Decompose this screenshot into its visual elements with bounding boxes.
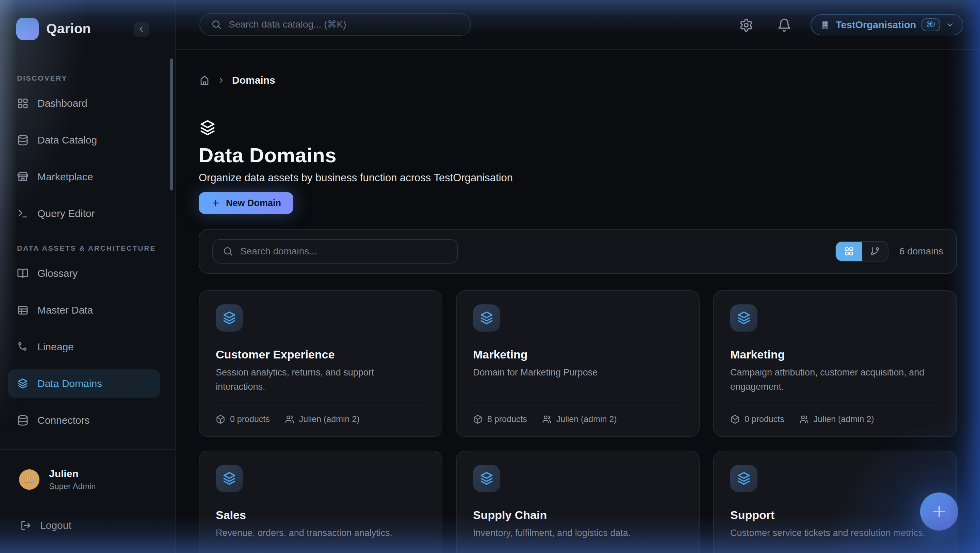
domain-description: Revenue, orders, and transaction analyti… — [216, 526, 425, 540]
sidebar-item-data-domains[interactable]: Data Domains — [8, 369, 160, 398]
domain-card[interactable]: Sales Revenue, orders, and transaction a… — [199, 451, 442, 553]
terminal-icon — [17, 208, 29, 219]
logout-label: Logout — [40, 520, 72, 531]
domains-grid: Customer Experience Session analytics, r… — [199, 290, 957, 553]
breadcrumb: Domains — [199, 74, 957, 86]
plus-icon — [211, 198, 221, 208]
sidebar-scrollbar-thumb[interactable] — [170, 59, 173, 191]
tree-view-button[interactable] — [862, 242, 888, 261]
page-subtitle: Organize data assets by business functio… — [199, 172, 957, 184]
domain-description: Inventory, fulfilment, and logistics dat… — [473, 526, 682, 540]
settings-button[interactable] — [739, 17, 754, 33]
home-icon[interactable] — [199, 75, 210, 86]
domain-layers-icon — [216, 465, 243, 492]
notifications-button[interactable] — [777, 17, 792, 33]
domains-toolbar: 6 domains — [199, 229, 957, 274]
sidebar-section-label: DATA ASSETS & ARCHITECTURE — [17, 244, 175, 253]
grid-view-button[interactable] — [836, 242, 862, 261]
layers-icon — [17, 378, 29, 389]
domain-layers-icon — [473, 465, 500, 492]
sidebar-item-dashboard[interactable]: Dashboard — [8, 89, 160, 118]
organisation-name: TestOrganisation — [836, 19, 916, 30]
plus-icon — [930, 503, 948, 520]
domain-name: Marketing — [730, 348, 940, 361]
logout-button[interactable]: Logout — [21, 520, 72, 531]
search-icon — [211, 19, 222, 30]
lineage-icon — [17, 341, 29, 353]
domain-name: Sales — [216, 509, 425, 522]
domain-layers-icon — [730, 465, 757, 492]
user-role: Super Admin — [49, 481, 95, 491]
card-divider — [216, 405, 425, 405]
sidebar-item-query-editor[interactable]: Query Editor — [8, 199, 160, 228]
card-footer: 0 products Julien (admin 2) — [216, 394, 425, 424]
grid-view-icon — [844, 246, 854, 256]
dashboard-icon — [17, 98, 29, 109]
sidebar-item-label: Dashboard — [37, 98, 88, 109]
domain-card[interactable]: Marketing Campaign attribution, customer… — [713, 290, 957, 437]
sidebar-item-master-data[interactable]: Master Data — [8, 296, 160, 324]
domain-name: Support — [730, 509, 940, 522]
app-name: Qarion — [46, 21, 91, 37]
sidebar-item-label: Marketplace — [37, 171, 93, 183]
sidebar-item-label: Master Data — [37, 304, 93, 316]
tree-view-icon — [870, 246, 880, 256]
app-root: Qarion DISCOVERY Dashboard Data Catalog … — [0, 0, 980, 553]
users-icon — [285, 415, 294, 424]
sidebar-item-connectors[interactable]: Connectors — [8, 406, 160, 435]
avatar: JU — [19, 469, 40, 490]
user-profile[interactable]: JU Julien Super Admin — [0, 469, 175, 510]
database-icon — [17, 415, 29, 426]
sidebar-section-label: DISCOVERY — [17, 74, 175, 82]
sidebar-nav: DISCOVERY Dashboard Data Catalog Marketp… — [0, 74, 175, 435]
domain-description: Session analytics, returns, and support … — [216, 365, 425, 394]
new-domain-label: New Domain — [226, 198, 281, 208]
view-toggle-group — [835, 241, 888, 262]
domain-card[interactable]: Marketing Domain for Marketing Purpose 8… — [456, 290, 700, 437]
card-footer: 8 products Julien (admin 2) — [473, 394, 682, 424]
sidebar-item-glossary[interactable]: Glossary — [8, 259, 160, 288]
global-search[interactable] — [199, 13, 471, 36]
domain-description: Campaign attribution, customer acquisiti… — [730, 365, 940, 394]
page-title: Data Domains — [199, 143, 957, 167]
domain-search[interactable] — [212, 239, 458, 264]
layers-icon — [199, 119, 957, 137]
package-icon — [473, 415, 482, 424]
domain-card[interactable]: Support Customer service tickets and res… — [713, 451, 957, 553]
store-icon — [17, 171, 29, 183]
domain-owner: Julien (admin 2) — [814, 414, 874, 424]
card-divider — [473, 405, 682, 405]
sidebar-collapse-button[interactable] — [134, 22, 149, 37]
logout-icon — [21, 520, 31, 531]
organisation-switcher[interactable]: TestOrganisation ⌘/ — [811, 14, 963, 35]
sidebar-item-label: Data Domains — [37, 378, 102, 389]
sidebar-divider — [0, 449, 175, 450]
package-icon — [216, 415, 225, 424]
new-domain-button[interactable]: New Domain — [199, 192, 293, 214]
domain-search-input[interactable] — [240, 246, 457, 257]
sidebar-item-label: Connectors — [37, 415, 89, 426]
global-search-input[interactable] — [229, 19, 470, 30]
domain-card[interactable]: Customer Experience Session analytics, r… — [199, 290, 442, 437]
org-shortcut-badge: ⌘/ — [921, 18, 940, 31]
sidebar-header: Qarion — [0, 0, 175, 58]
domain-description: Domain for Marketing Purpose — [473, 365, 682, 380]
chevron-right-icon — [217, 76, 225, 84]
domain-name: Customer Experience — [216, 348, 425, 361]
sidebar-item-data-catalog[interactable]: Data Catalog — [8, 126, 160, 154]
sidebar: Qarion DISCOVERY Dashboard Data Catalog … — [0, 0, 176, 553]
book-open-icon — [17, 268, 29, 279]
building-icon — [820, 20, 830, 30]
sidebar-item-label: Lineage — [37, 341, 74, 353]
domain-count: 6 domains — [899, 246, 943, 257]
domain-name: Marketing — [473, 348, 682, 361]
fab-add-domain-button[interactable] — [920, 493, 958, 531]
chevron-down-icon — [946, 21, 955, 29]
card-footer: 0 products Julien (admin 2) — [730, 394, 940, 424]
sidebar-item-lineage[interactable]: Lineage — [8, 333, 160, 361]
sidebar-item-marketplace[interactable]: Marketplace — [8, 162, 160, 191]
domain-products: 0 products — [745, 414, 784, 424]
domain-card[interactable]: Supply Chain Inventory, fulfilment, and … — [456, 451, 700, 553]
domain-products: 0 products — [230, 414, 270, 424]
main-content: Domains Data Domains Organize data asset… — [176, 50, 980, 553]
